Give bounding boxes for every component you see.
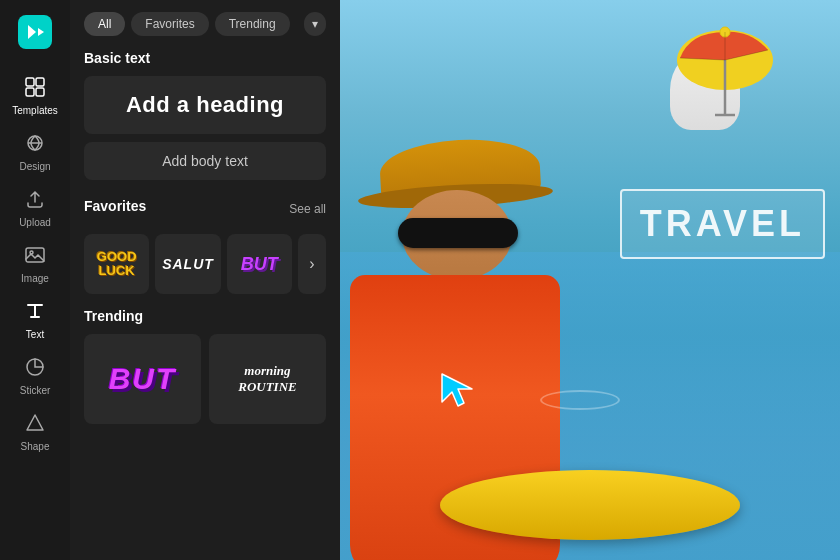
sidebar-item-templates-label: Templates: [12, 105, 58, 116]
svg-rect-4: [36, 88, 44, 96]
see-all-button[interactable]: See all: [289, 202, 326, 216]
sidebar-item-shape-label: Shape: [21, 441, 50, 452]
svg-rect-3: [26, 88, 34, 96]
tab-trending[interactable]: Trending: [215, 12, 290, 36]
water-ripple-1: [540, 390, 620, 410]
sidebar-item-image-label: Image: [21, 273, 49, 284]
yellow-float: [440, 470, 740, 540]
add-heading-button[interactable]: Add a heading: [84, 76, 326, 134]
travel-text-overlay[interactable]: TRAVEL: [620, 189, 825, 259]
upload-icon: [24, 188, 46, 213]
sidebar-item-upload-label: Upload: [19, 217, 51, 228]
sidebar-item-upload[interactable]: Upload: [0, 180, 70, 236]
arrow-icon: ›: [309, 255, 314, 273]
tab-all[interactable]: All: [84, 12, 125, 36]
fav-item-salut[interactable]: SALUT: [155, 234, 220, 294]
morning-routine-text: morningROUTINE: [238, 363, 297, 394]
sticker-icon: [24, 356, 46, 381]
sunglasses: [398, 218, 518, 248]
sidebar-item-design[interactable]: Design: [0, 124, 70, 180]
sidebar-item-text[interactable]: Text: [0, 292, 70, 348]
cursor-arrow: [438, 370, 478, 410]
sidebar-item-image[interactable]: Image: [0, 236, 70, 292]
basic-text-section-title: Basic text: [84, 50, 326, 66]
tab-favorites[interactable]: Favorites: [131, 12, 208, 36]
svg-rect-2: [36, 78, 44, 86]
travel-text: TRAVEL: [640, 203, 805, 244]
umbrella-decoration: [670, 20, 780, 120]
trending-section-title: Trending: [84, 308, 326, 324]
sidebar-item-design-label: Design: [19, 161, 50, 172]
tab-more-button[interactable]: ▾: [304, 12, 326, 36]
panel-content: Basic text Add a heading Add body text F…: [70, 46, 340, 560]
salut-text: SALUT: [162, 256, 214, 272]
favorites-section-header: Favorites See all: [84, 194, 326, 224]
fav-item-good-luck[interactable]: GOODLUCK: [84, 234, 149, 294]
svg-marker-17: [442, 374, 472, 406]
app-logo[interactable]: [15, 12, 55, 52]
fav-scroll-arrow[interactable]: ›: [298, 234, 326, 294]
image-icon: [24, 244, 46, 269]
favorites-section-title: Favorites: [84, 198, 146, 214]
sidebar-item-sticker[interactable]: Sticker: [0, 348, 70, 404]
sidebar-item-templates[interactable]: Templates: [0, 68, 70, 124]
but-text: BUT: [241, 254, 278, 275]
trending-title-text: Trending: [84, 308, 143, 324]
text-panel: All Favorites Trending ▾ Basic text Add …: [70, 0, 340, 560]
sidebar-item-sticker-label: Sticker: [20, 385, 51, 396]
sidebar: Templates Design Upload: [0, 0, 70, 560]
svg-rect-7: [26, 248, 44, 262]
sidebar-item-shape[interactable]: Shape: [0, 404, 70, 460]
good-luck-text: GOODLUCK: [97, 250, 137, 279]
canvas-area[interactable]: TRAVEL: [340, 0, 840, 560]
panel-tabs: All Favorites Trending ▾: [70, 0, 340, 46]
shape-icon: [24, 412, 46, 437]
design-icon: [24, 132, 46, 157]
favorites-row: GOODLUCK SALUT BUT ›: [84, 234, 326, 294]
fav-item-but[interactable]: BUT: [227, 234, 292, 294]
but-trend-text: BUT: [109, 362, 177, 396]
trend-item-but[interactable]: BUT: [84, 334, 201, 424]
trending-row: BUT morningROUTINE: [84, 334, 326, 424]
trend-item-morning-routine[interactable]: morningROUTINE: [209, 334, 326, 424]
text-icon: [24, 300, 46, 325]
svg-rect-1: [26, 78, 34, 86]
sidebar-item-text-label: Text: [26, 329, 44, 340]
add-body-text-button[interactable]: Add body text: [84, 142, 326, 180]
templates-icon: [24, 76, 46, 101]
